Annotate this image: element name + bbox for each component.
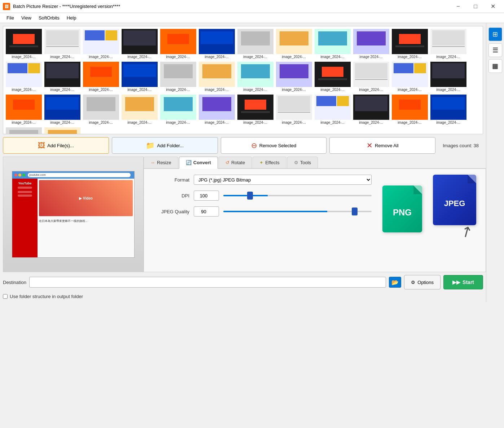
list-item[interactable]: image_2024-...: [43, 93, 81, 126]
tab-resize[interactable]: ↔ Resize: [144, 157, 178, 168]
destination-input[interactable]: [29, 277, 386, 288]
thumb-decoration: [432, 63, 465, 78]
preview-area: youtube.com YouTube ▶ Video 在日: [3, 157, 144, 272]
list-item[interactable]: image_2024-...: [352, 93, 390, 126]
add-folder-button[interactable]: 📁 Add Folder...: [112, 137, 218, 154]
list-item[interactable]: image_2024-...: [198, 28, 236, 60]
thumbnail-label: image_2024-...: [44, 55, 80, 59]
preview-nav1: [18, 187, 32, 189]
thumbnail-label: image_2024-...: [276, 88, 312, 92]
remove-all-button[interactable]: ✕ Remove All: [329, 137, 435, 154]
list-item[interactable]: image_2024-...: [5, 61, 43, 93]
list-item[interactable]: image_2024-...: [159, 93, 197, 126]
thumb-decoration: [322, 67, 343, 77]
thumbnail-label: image_2024-...: [430, 55, 466, 59]
tab-tools[interactable]: ⚙ Tools: [287, 157, 318, 168]
list-item[interactable]: image_2024-...: [391, 61, 429, 93]
dpi-slider-container: [223, 195, 372, 196]
dpi-input[interactable]: [194, 191, 219, 201]
jpeg-quality-row: JPEG Quality: [150, 206, 372, 217]
thumb-decoration: [278, 96, 310, 111]
options-button[interactable]: ⚙ Options: [404, 275, 441, 289]
menu-help[interactable]: Help: [63, 14, 80, 22]
list-view-button[interactable]: ☰: [488, 43, 502, 57]
thumbnail-image: [44, 127, 80, 134]
thumbnail-label: image_2024-...: [315, 121, 351, 125]
thumb-decoration: [432, 30, 465, 45]
tab-content: Format JPG (*.jpg) JPEG BitmapPNG (*.png…: [144, 169, 486, 272]
list-item[interactable]: image_2024-...: [391, 93, 429, 126]
list-item[interactable]: image_2024-...: [120, 61, 158, 93]
tab-effects[interactable]: ✦ Effects: [253, 157, 286, 168]
menu-softorbits[interactable]: SoftOrbits: [35, 14, 63, 22]
menu-view[interactable]: View: [18, 14, 35, 22]
thumbnail-view-button[interactable]: ⊞: [488, 27, 502, 41]
list-item[interactable]: image_2024-...: [275, 61, 313, 93]
list-item[interactable]: image_2024-...: [198, 61, 236, 93]
list-item[interactable]: image_2024-...: [159, 61, 197, 93]
list-item[interactable]: image_2024-...: [43, 61, 81, 93]
add-files-button[interactable]: 🖼 Add File(s)...: [3, 137, 109, 154]
convert-graphic: PNG JPEG ↗: [379, 175, 480, 240]
thumb-decoration: [395, 45, 424, 48]
thumb-decoration: [28, 63, 40, 73]
list-item[interactable]: image_2024-...: [236, 93, 274, 126]
convert-content: Format JPG (*.jpg) JPEG BitmapPNG (*.png…: [150, 175, 480, 240]
list-item[interactable]: image 2024-...: [352, 28, 390, 60]
destination-browse-button[interactable]: 📂: [389, 277, 401, 288]
list-item[interactable]: image_2024-...: [82, 28, 120, 60]
list-item[interactable]: image_2024-...: [5, 93, 43, 126]
quality-slider[interactable]: [223, 211, 372, 212]
thumbnail-label: image_2024-...: [122, 55, 158, 59]
png-icon: PNG: [382, 185, 422, 232]
preview-main: ▶ Video 在日本為大家帶來更棒不一樣的旅程...: [38, 179, 134, 257]
grid-view-button[interactable]: ▦: [488, 59, 502, 73]
image-grid[interactable]: image_2024-...image_2024-...image_2024-.…: [3, 26, 483, 134]
list-item[interactable]: image_2024-...: [82, 61, 120, 93]
thumbnail-label: image_2024-...: [315, 55, 351, 59]
tab-rotate[interactable]: ↺ Rotate: [219, 157, 252, 168]
minimize-button[interactable]: −: [450, 1, 466, 12]
remove-all-icon: ✕: [367, 141, 373, 150]
start-button[interactable]: ▶▶ Start: [443, 275, 483, 289]
destination-label: Destination: [3, 280, 26, 285]
list-item[interactable]: image_2024-...: [429, 61, 467, 93]
list-item[interactable]: image_2024-...: [120, 28, 158, 60]
list-item[interactable]: image_2024-...: [120, 93, 158, 126]
list-item[interactable]: image_2024-...: [429, 93, 467, 126]
thumb-decoration: [318, 78, 347, 80]
menu-file[interactable]: File: [3, 14, 18, 22]
remove-selected-button[interactable]: ⊖ Remove Selected: [221, 137, 327, 154]
list-item[interactable]: image_2024-...: [314, 28, 351, 60]
thumb-decoration: [46, 97, 79, 110]
dpi-slider[interactable]: [223, 195, 372, 196]
list-item[interactable]: image_2024-...: [429, 28, 467, 60]
list-item[interactable]: image_2024-...: [275, 28, 313, 60]
list-item[interactable]: image_2024-...: [391, 28, 429, 60]
list-item[interactable]: image_2024-...: [159, 28, 197, 60]
list-item[interactable]: image_2024-...: [314, 61, 351, 93]
list-item[interactable]: image_2024-...: [43, 126, 81, 134]
thumbnail-image: [276, 95, 312, 120]
jpeg-quality-input[interactable]: [194, 206, 219, 217]
list-item[interactable]: image_2024-...: [43, 28, 81, 60]
thumb-decoration: [202, 64, 231, 78]
list-item[interactable]: image_2024-...: [198, 93, 236, 126]
list-item[interactable]: image_2024-...: [236, 28, 274, 60]
list-item[interactable]: image_2024-...: [82, 93, 120, 126]
preview-dot1: [14, 174, 17, 176]
tab-convert[interactable]: 🔄 Convert: [179, 157, 218, 169]
list-item[interactable]: image_2024-...: [275, 93, 313, 126]
close-button[interactable]: ✕: [485, 1, 501, 12]
folder-structure-checkbox[interactable]: [3, 294, 8, 299]
convert-tab-icon: 🔄: [186, 160, 192, 165]
maximize-button[interactable]: □: [467, 1, 484, 12]
thumbnail-label: image_2024-...: [237, 121, 273, 125]
format-select[interactable]: JPG (*.jpg) JPEG BitmapPNG (*.png) Porta…: [194, 175, 372, 185]
list-item[interactable]: image_2024-...: [5, 28, 43, 60]
list-item[interactable]: image_2024-...: [352, 61, 390, 93]
list-item[interactable]: image_2024-...: [314, 93, 351, 126]
list-item[interactable]: image_2024-...: [5, 126, 43, 134]
list-item[interactable]: image_2024-...: [236, 61, 274, 93]
thumbnail-image: [6, 127, 42, 134]
